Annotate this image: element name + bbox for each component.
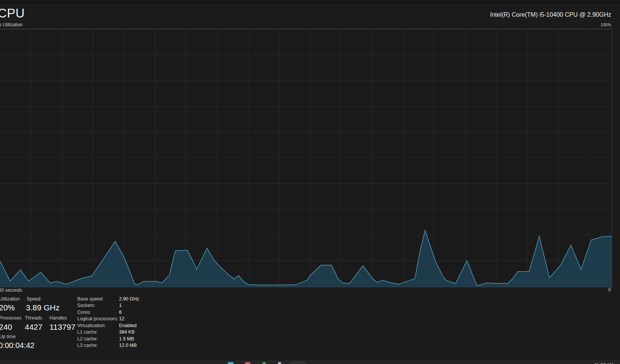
stat-value-processes: 240 — [0, 323, 12, 332]
stat-value-threads: 4427 — [25, 323, 43, 332]
kv-label-virtualization: Virtualization: — [77, 323, 106, 328]
stat-label-processes: Processes — [0, 315, 21, 321]
x-axis-right-tick: 0 — [608, 287, 611, 292]
kv-value-base-speed: 2.90 GHz — [119, 296, 139, 302]
kv-label-sockets: Sockets: — [77, 303, 95, 308]
kv-label-l1-cache: L1 cache: — [77, 329, 98, 335]
kv-value-l3-cache: 12.0 MB — [119, 343, 137, 348]
kv-label-l3-cache: L3 cache: — [77, 343, 98, 348]
taskbar-icon-green[interactable] — [262, 362, 266, 364]
stat-value-utilization: 20% — [0, 303, 15, 312]
x-axis-left-tick: 60 seconds — [0, 288, 22, 293]
taskbar-clock[interactable]: 11:57 AM — [595, 362, 614, 364]
taskbar-icon-lavender[interactable] — [278, 362, 281, 364]
stat-value-handles: 113797 — [49, 323, 76, 332]
kv-label-cores: Cores: — [77, 310, 91, 315]
kv-value-cores: 6 — [119, 310, 122, 315]
taskbar-icon-teal[interactable] — [228, 362, 234, 364]
kv-value-logical-processors: 12 — [119, 316, 124, 321]
window-top-edge — [0, 0, 620, 3]
kv-label-logical-processors: Logical processors: — [77, 316, 118, 321]
kv-value-l1-cache: 384 KB — [119, 329, 135, 335]
cpu-usage-chart[interactable] — [0, 29, 612, 287]
stat-label-uptime: Up time — [0, 334, 16, 339]
windows-taskbar[interactable]: 11:57 AM — [0, 361, 620, 364]
y-axis-label: % Utilization — [0, 22, 22, 27]
stat-value-uptime: 0:00:04:42 — [0, 341, 35, 350]
kv-label-base-speed: Base speed: — [77, 296, 104, 302]
y-axis-max-tick: 100% — [601, 22, 611, 27]
task-manager-cpu-performance-page: CPU Intel(R) Core(TM) i5-10400 CPU @ 2.9… — [0, 0, 620, 364]
stat-value-speed: 3.89 GHz — [26, 303, 60, 312]
cpu-model-name: Intel(R) Core(TM) i5-10400 CPU @ 2.90GHz — [490, 11, 611, 18]
stat-label-threads: Threads — [25, 315, 42, 321]
taskbar-active-app-button[interactable] — [290, 362, 306, 364]
taskbar-icon-red[interactable] — [245, 362, 250, 364]
kv-value-virtualization: Enabled — [119, 323, 137, 328]
stat-label-handles: Handles — [49, 315, 67, 321]
kv-value-sockets: 1 — [119, 303, 122, 308]
kv-value-l2-cache: 1.5 MB — [119, 336, 134, 342]
usage-area-fill — [0, 230, 612, 287]
page-title: CPU — [0, 6, 25, 21]
stat-label-utilization: Utilization — [0, 296, 20, 302]
stat-label-speed: Speed — [27, 296, 40, 302]
cpu-usage-area-series — [0, 29, 612, 287]
kv-label-l2-cache: L2 cache: — [77, 336, 98, 342]
